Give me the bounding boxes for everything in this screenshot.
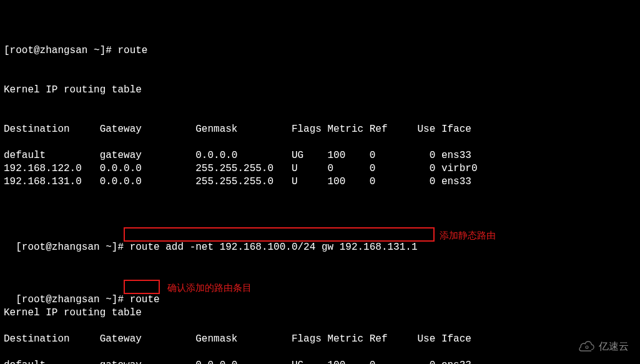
terminal[interactable]: [root@zhangsan ~]# route Kernel IP routi… [0,0,640,364]
prompt-line[interactable]: [root@zhangsan ~]# route [4,44,636,57]
highlight-box [124,280,160,294]
command-text: route add -net 192.168.100.0/24 gw 192.1… [130,242,418,253]
output-line: Kernel IP routing table [4,307,636,320]
output-line: Kernel IP routing table [4,84,636,97]
watermark-text: 亿速云 [599,340,629,353]
prompt: [root@zhangsan ~]# [16,294,129,305]
watermark: 亿速云 [579,340,629,353]
table-title: Kernel IP routing table [4,307,142,318]
table-row: default gateway 0.0.0.0 UG 100 0 0 ens33 [4,149,636,162]
highlight-box [124,227,435,242]
annotation-confirm-added: 确认添加的路由条目 [167,281,252,294]
prompt: [root@zhangsan ~]# [16,242,129,253]
prompt-line[interactable]: [root@zhangsan ~]# route 确认添加的路由条目 [4,280,636,293]
table-title: Kernel IP routing table [4,84,142,96]
table-header: Destination Gateway Genmask Flags Metric… [4,123,636,136]
command-text: route [117,45,147,56]
table-header: Destination Gateway Genmask Flags Metric… [4,333,636,346]
cloud-icon [579,341,595,352]
annotation-add-static: 添加静态路由 [440,229,496,242]
prompt: [root@zhangsan ~]# [4,45,117,56]
table-row: default gateway 0.0.0.0 UG 100 0 0 ens33 [4,359,636,364]
table-row: 192.168.122.0 0.0.0.0 255.255.255.0 U 0 … [4,162,636,175]
command-text: route [130,294,160,305]
table-row: 192.168.131.0 0.0.0.0 255.255.255.0 U 10… [4,175,636,189]
prompt-line[interactable]: [root@zhangsan ~]# route add -net 192.16… [4,228,636,241]
svg-point-0 [586,346,588,348]
